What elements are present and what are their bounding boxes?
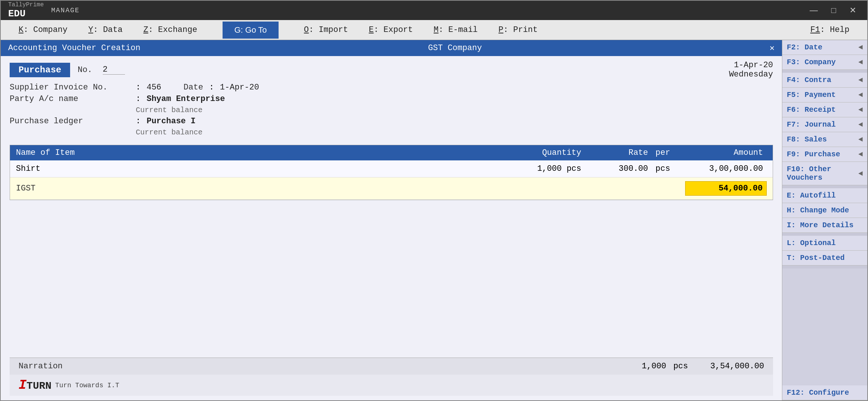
fkey-divider-4 — [782, 265, 867, 268]
title-bar-controls: — □ ✕ — [806, 4, 860, 17]
items-header: Name of Item Quantity Rate per Amount — [10, 145, 773, 160]
fkey-change-mode[interactable]: H: Change Mode — [782, 203, 867, 218]
party-row: Party A/c name : Shyam Enterprise — [10, 94, 773, 104]
iturn-logo: ITURN — [19, 378, 52, 393]
fkey-f6[interactable]: F6: Receipt ◄ — [782, 102, 867, 117]
right-panel: F2: Date ◄ F3: Company ◄ F4: Contra ◄ F5… — [782, 40, 867, 400]
fkey-optional[interactable]: L: Optional — [782, 236, 867, 251]
col-per-header: per — [655, 148, 685, 157]
form-area: Purchase No. 2 1-Apr-20 Wednesday Suppli… — [1, 56, 782, 400]
menu-print[interactable]: P: Print — [488, 22, 548, 38]
item-rate: 300.00 — [589, 164, 655, 173]
fkey-autofill[interactable]: E: Autofill — [782, 188, 867, 203]
supplier-inv-value[interactable]: 456 — [147, 83, 161, 92]
purchase-ledger-row: Purchase ledger : Purchase I — [10, 117, 773, 126]
goto-button[interactable]: G: Go To — [223, 22, 279, 39]
company-name: GST Company — [140, 43, 769, 53]
col-qty-header: Quantity — [507, 148, 589, 157]
fkey-post-dated[interactable]: T: Post-Dated — [782, 251, 867, 265]
total-qty: 1,000 pcs — [642, 362, 688, 371]
narration-bar: Narration 1,000 pcs 3,54,000.00 — [10, 358, 773, 375]
menu-help[interactable]: F1: Help — [800, 22, 860, 38]
app-logo: TallyPrime EDU — [8, 2, 44, 19]
tally-label: TallyPrime — [8, 2, 44, 9]
edu-label: EDU — [8, 9, 44, 19]
item-quantity: 1,000 pcs — [507, 164, 589, 173]
tax-amount: 54,000.00 — [685, 181, 767, 196]
menu-company[interactable]: K: Company — [8, 22, 78, 38]
party-current-balance: Current balance — [136, 106, 773, 114]
supplier-date-label: Date — [184, 83, 203, 92]
date-value: 1-Apr-20 — [734, 61, 773, 70]
party-value[interactable]: Shyam Enterprise — [147, 94, 225, 104]
left-panel: Accounting Voucher Creation GST Company … — [1, 40, 782, 400]
fkey-f7[interactable]: F7: Journal ◄ — [782, 117, 867, 132]
party-label: Party A/c name — [10, 94, 136, 104]
title-bar-left: TallyPrime EDU MANAGE — [8, 2, 80, 19]
total-amount: 3,54,000.00 — [710, 362, 764, 371]
fkey-divider-3 — [782, 233, 867, 236]
narration-label: Narration — [19, 362, 63, 371]
main-window: TallyPrime EDU MANAGE — □ ✕ K: Company Y… — [0, 0, 868, 401]
tax-row: IGST 54,000.00 — [10, 177, 773, 200]
item-per: pcs — [655, 164, 685, 173]
fkey-more-details[interactable]: I: More Details — [782, 218, 867, 233]
purchase-current-balance: Current balance — [136, 128, 773, 137]
fkey-f2[interactable]: F2: Date ◄ — [782, 40, 867, 55]
fkey-empty-space — [782, 268, 867, 385]
logo-bar: ITURN Turn Towards I.T — [10, 375, 773, 396]
tax-label: IGST — [16, 184, 507, 193]
menu-bar: K: Company Y: Data Z: Exchange G: Go To … — [1, 20, 867, 40]
voucher-header-title: Accounting Voucher Creation — [8, 43, 140, 53]
minimize-button[interactable]: — — [806, 4, 822, 17]
menu-data[interactable]: Y: Data — [78, 22, 133, 38]
items-table: Name of Item Quantity Rate per Amount Sh… — [10, 145, 773, 200]
voucher-type-badge: Purchase — [10, 63, 70, 77]
fkey-divider-1 — [782, 70, 867, 73]
maximize-button[interactable]: □ — [828, 4, 840, 17]
fkey-f3[interactable]: F3: Company ◄ — [782, 55, 867, 70]
fkey-f5[interactable]: F5: Payment ◄ — [782, 88, 867, 102]
menu-export[interactable]: E: Export — [358, 22, 423, 38]
fkey-f9[interactable]: F9: Purchase ◄ — [782, 147, 867, 162]
manage-label: MANAGE — [51, 7, 80, 14]
col-amount-header: Amount — [685, 148, 767, 157]
menu-exchange[interactable]: Z: Exchange — [133, 22, 207, 38]
fkey-f10[interactable]: F10: Other Vouchers ◄ — [782, 162, 867, 185]
day-value: Wednesday — [729, 70, 773, 79]
col-item-header: Name of Item — [16, 148, 507, 157]
fkey-divider-2 — [782, 185, 867, 188]
item-amount: 3,00,000.00 — [685, 164, 767, 173]
voucher-no-label: No. — [78, 65, 92, 75]
col-rate-header: Rate — [589, 148, 655, 157]
supplier-invoice-row: Supplier Invoice No. : 456 Date : 1-Apr-… — [10, 83, 773, 92]
title-bar: TallyPrime EDU MANAGE — □ ✕ — [1, 1, 867, 20]
supplier-date-value[interactable]: 1-Apr-20 — [220, 83, 259, 92]
item-name: Shirt — [16, 164, 507, 173]
fkey-f8[interactable]: F8: Sales ◄ — [782, 132, 867, 147]
voucher-no-value[interactable]: 2 — [103, 65, 125, 75]
voucher-title-row: Purchase No. 2 1-Apr-20 Wednesday — [10, 61, 773, 79]
menu-email[interactable]: M: E-mail — [423, 22, 488, 38]
empty-area — [10, 200, 773, 358]
menu-import[interactable]: O: Import — [293, 22, 358, 38]
voucher-header-bar: Accounting Voucher Creation GST Company … — [1, 40, 782, 56]
main-content: Accounting Voucher Creation GST Company … — [1, 40, 867, 400]
table-row[interactable]: Shirt 1,000 pcs 300.00 pcs 3,00,000.00 — [10, 160, 773, 177]
voucher-close-button[interactable]: ✕ — [770, 43, 775, 53]
close-button[interactable]: ✕ — [846, 4, 860, 17]
purchase-ledger-label: Purchase ledger — [10, 117, 136, 126]
iturn-tagline: Turn Towards I.T — [55, 382, 119, 389]
fkey-f4[interactable]: F4: Contra ◄ — [782, 73, 867, 88]
date-area: 1-Apr-20 Wednesday — [729, 61, 773, 79]
totals-area: 1,000 pcs 3,54,000.00 — [642, 362, 764, 371]
purchase-ledger-value[interactable]: Purchase I — [147, 117, 195, 126]
supplier-inv-label: Supplier Invoice No. — [10, 83, 136, 92]
fkey-f12[interactable]: F12: Configure — [782, 385, 867, 400]
